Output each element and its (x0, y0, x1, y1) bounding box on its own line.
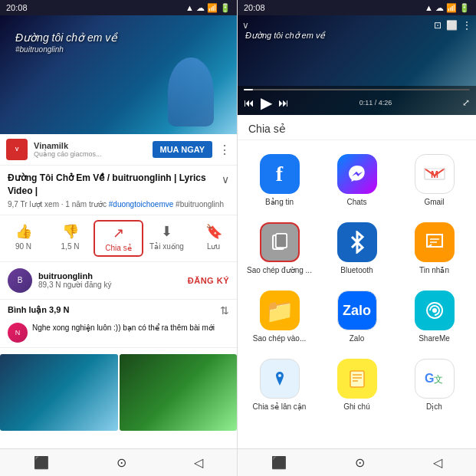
play-button[interactable]: ▶ (261, 94, 272, 112)
overlay-hashtag: #buitruonglinh (15, 44, 117, 54)
share-item-messenger[interactable]: Chats (318, 146, 396, 215)
svg-point-9 (432, 308, 437, 313)
share-item-zalo[interactable]: Zalo Zalo (318, 283, 396, 351)
channel-link: #buitruonglinh (176, 200, 224, 208)
ad-company: Vinamilk (34, 141, 146, 150)
shareme-icon (415, 291, 455, 330)
share-item-shareme[interactable]: ShareMe (396, 283, 473, 351)
share-item-copy[interactable]: Sao chép đường ... (241, 215, 318, 283)
shareme-label: ShareMe (419, 334, 450, 343)
bluetooth-icon (337, 222, 377, 262)
subscribe-button[interactable]: ĐĂNG KÝ (188, 276, 229, 285)
share-item-bluetooth[interactable]: Bluetooth (318, 215, 396, 283)
video-title-overlay: Đường tôi chở em về #buitruonglinh (15, 31, 117, 54)
comment-item: N Nghe xong nghiện luôn :)) bạn có thể r… (8, 323, 229, 343)
facebook-label: Bảng tin (265, 198, 294, 207)
collapse-icon[interactable]: ∨ (242, 20, 249, 31)
mini-player[interactable]: ∨ ⊡ ⬜ ⋮ Đường tôi chở em về ⏮ ▶ ⏭ 0:11 /… (238, 15, 476, 115)
video-meta: 9,7 Tr lượt xem · 1 năm trước #duongtoic… (8, 200, 229, 208)
share-item-nearby[interactable]: Chia sẻ lân cận (241, 351, 318, 419)
mua-ngay-button[interactable]: MUA NGAY (153, 141, 212, 158)
ghichu-label: Ghi chú (343, 402, 369, 412)
folder-label: Sao chép vào... (253, 334, 307, 343)
comments-section: Bình luận 3,9 N ⇅ N Nghe xong nghiện luô… (0, 300, 237, 348)
svg-rect-4 (276, 234, 287, 248)
video-info: Đường Tôi Chở Em Về / buitruonglinh | Ly… (0, 166, 237, 215)
share-item-ghichu[interactable]: Ghi chú (318, 351, 396, 419)
more-icon[interactable]: ⋮ (462, 20, 471, 31)
channel-bar: B buitruonglinh 89,3 N người đăng ký ĐĂN… (0, 262, 237, 300)
mini-player-top-controls: ∨ (242, 20, 249, 31)
progress-bar[interactable] (244, 89, 470, 90)
svg-text:M: M (431, 169, 438, 180)
bluetooth-label: Bluetooth (340, 266, 373, 275)
prev-button[interactable]: ⏮ (244, 97, 254, 109)
thumbnail-2[interactable] (120, 354, 238, 431)
expand-icon[interactable]: ⤢ (462, 97, 470, 108)
share-item-folder[interactable]: 📁 Sao chép vào... (241, 283, 318, 351)
folder-icon: 📁 (260, 291, 300, 330)
zalo-label: Zalo (350, 334, 364, 343)
time-left: 20:08 (6, 3, 28, 12)
facebook-icon: f (260, 154, 300, 194)
next-button[interactable]: ⏭ (278, 97, 289, 109)
share-label: Chia sẻ (105, 244, 131, 252)
dich-icon: G 文 (415, 359, 455, 399)
share-grid: f Bảng tin Chats (238, 140, 476, 425)
sort-icon[interactable]: ⇅ (220, 304, 229, 317)
svg-text:G: G (425, 372, 434, 385)
ad-more-icon[interactable]: ⋮ (218, 143, 231, 157)
svg-rect-10 (350, 371, 364, 387)
mini-title-area: Đường tôi chở em về (245, 31, 325, 41)
nav-square-icon-right[interactable]: ⬛ (271, 455, 287, 470)
icons-right: ▲ ☁ 📶 🔋 (425, 3, 470, 13)
thumbnails-row (0, 354, 237, 448)
video-main-title: Đường Tôi Chở Em Về / buitruonglinh | Ly… (8, 172, 218, 198)
nav-square-icon[interactable]: ⬛ (34, 455, 49, 470)
comment-avatar: N (8, 323, 28, 343)
share-item-tinnhan[interactable]: Tin nhắn (396, 215, 473, 283)
thumbs-down-icon: 👎 (62, 223, 79, 240)
ad-bar: V Vinamilk Quảng cáo giacmos... MUA NGAY… (0, 134, 237, 166)
channel-name[interactable]: buitruonglinh (38, 271, 182, 281)
ad-sub: Quảng cáo giacmos... (34, 150, 146, 158)
nav-back-icon[interactable]: ◁ (194, 455, 203, 470)
copy-link-label: Sao chép đường ... (247, 266, 312, 275)
status-bar-right: 20:08 ▲ ☁ 📶 🔋 (238, 0, 476, 15)
chevron-down-icon[interactable]: ∨ (222, 173, 229, 185)
share-item-dich[interactable]: G 文 Dịch (396, 351, 473, 419)
left-panel: 20:08 ▲ ☁ 📶 🔋 Đường tôi chở em về #buitr… (0, 0, 238, 476)
cast-icon[interactable]: ⊡ (434, 20, 442, 31)
thumbnail-1[interactable] (0, 354, 118, 431)
view-count: 9,7 Tr lượt xem · 1 năm trước (8, 200, 109, 208)
time-right: 20:08 (244, 3, 265, 12)
svg-text:文: 文 (434, 374, 443, 385)
download-label: Tải xuống (149, 242, 184, 251)
action-share[interactable]: ↗ Chia sẻ (94, 220, 143, 257)
video-thumbnail-left[interactable]: Đường tôi chở em về #buitruonglinh (0, 15, 237, 134)
action-save[interactable]: 🔖 Lưu (190, 220, 237, 257)
hashtag-link1[interactable]: #duongtoichoemve (109, 200, 174, 208)
tinnhan-label: Tin nhắn (419, 266, 449, 275)
nav-home-icon[interactable]: ⊙ (117, 455, 126, 470)
fullscreen-icon[interactable]: ⬜ (446, 20, 458, 31)
action-like[interactable]: 👍 90 N (0, 220, 47, 257)
share-item-facebook[interactable]: f Bảng tin (241, 146, 318, 215)
share-panel: Chia sẻ f Bảng tin Chats (238, 115, 476, 448)
comment-text: Nghe xong nghiện luôn :)) bạn có thể ra … (32, 323, 215, 343)
top-bar-icons: ⊡ ⬜ ⋮ (434, 20, 471, 31)
nav-back-icon-right[interactable]: ◁ (433, 455, 442, 470)
share-header: Chia sẻ (238, 115, 476, 140)
controls-row: ⏮ ▶ ⏭ 0:11 / 4:26 ⤢ (244, 94, 470, 112)
action-dislike[interactable]: 👎 1,5 N (47, 220, 94, 257)
share-icon: ↗ (113, 225, 124, 241)
player-controls: ⏮ ▶ ⏭ 0:11 / 4:26 ⤢ (238, 86, 476, 115)
svg-rect-5 (427, 235, 442, 247)
video-title-row: Đường Tôi Chở Em Về / buitruonglinh | Ly… (8, 172, 229, 198)
share-item-gmail[interactable]: M Gmail (396, 146, 473, 215)
action-download[interactable]: ⬇ Tải xuống (143, 220, 190, 257)
messenger-label: Chats (346, 198, 366, 207)
nav-home-icon-right[interactable]: ⊙ (355, 455, 365, 470)
overlay-title: Đường tôi chở em về (15, 31, 117, 44)
channel-info: buitruonglinh 89,3 N người đăng ký (38, 271, 182, 289)
